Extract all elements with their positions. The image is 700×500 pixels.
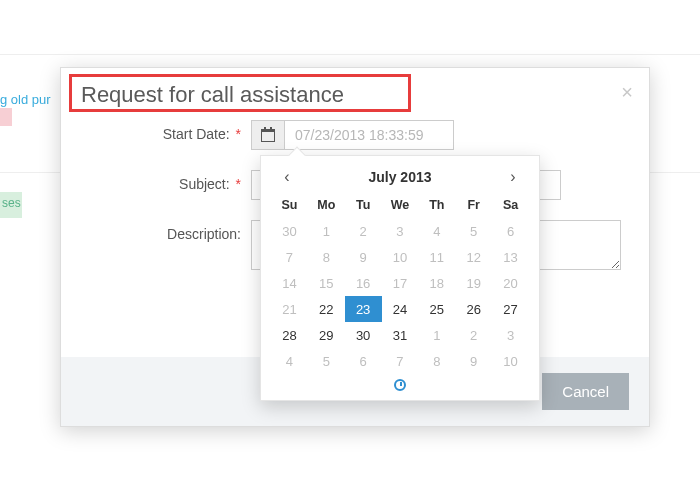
label-text: Start Date: (163, 126, 230, 142)
start-date-input-group (251, 120, 454, 150)
day-cell[interactable]: 4 (418, 218, 455, 244)
background-link[interactable]: g old pur (0, 92, 51, 107)
day-cell[interactable]: 16 (345, 270, 382, 296)
next-month-button[interactable]: › (503, 168, 523, 186)
day-cell[interactable]: 11 (418, 244, 455, 270)
description-label: Description: (81, 220, 251, 242)
day-cell[interactable]: 7 (382, 348, 419, 374)
dow-header: Mo (308, 194, 345, 218)
label-text: Description: (167, 226, 241, 242)
day-cell-selected[interactable]: 23 (345, 296, 382, 322)
day-cell[interactable]: 6 (345, 348, 382, 374)
day-cell[interactable]: 12 (455, 244, 492, 270)
day-cell[interactable]: 3 (382, 218, 419, 244)
start-date-label: Start Date: * (81, 120, 251, 142)
datepicker-popover: ‹ July 2013 › SuMoTuWeThFrSa 30123456789… (260, 155, 540, 401)
dow-header: Th (418, 194, 455, 218)
required-marker: * (236, 126, 241, 142)
day-cell[interactable]: 14 (271, 270, 308, 296)
day-cell[interactable]: 6 (492, 218, 529, 244)
divider (0, 54, 700, 55)
day-cell[interactable]: 5 (455, 218, 492, 244)
day-cell[interactable]: 1 (418, 322, 455, 348)
day-cell[interactable]: 25 (418, 296, 455, 322)
clock-icon[interactable] (394, 379, 406, 391)
day-cell[interactable]: 3 (492, 322, 529, 348)
day-cell[interactable]: 7 (271, 244, 308, 270)
dow-header: Su (271, 194, 308, 218)
datepicker-footer (271, 374, 529, 394)
day-cell[interactable]: 28 (271, 322, 308, 348)
day-cell[interactable]: 2 (345, 218, 382, 244)
dow-header: Fr (455, 194, 492, 218)
datepicker-header: ‹ July 2013 › (271, 164, 529, 194)
day-cell[interactable]: 17 (382, 270, 419, 296)
day-cell[interactable]: 8 (308, 244, 345, 270)
calendar-addon[interactable] (251, 120, 284, 150)
dow-header: Tu (345, 194, 382, 218)
day-cell[interactable]: 29 (308, 322, 345, 348)
day-cell[interactable]: 21 (271, 296, 308, 322)
day-cell[interactable]: 22 (308, 296, 345, 322)
subject-label: Subject: * (81, 170, 251, 192)
prev-month-button[interactable]: ‹ (277, 168, 297, 186)
dow-header: We (382, 194, 419, 218)
close-icon[interactable]: × (621, 82, 633, 102)
cancel-button[interactable]: Cancel (542, 373, 629, 410)
day-cell[interactable]: 10 (382, 244, 419, 270)
background-button-fragment[interactable]: ses (0, 192, 22, 218)
day-cell[interactable]: 2 (455, 322, 492, 348)
day-cell[interactable]: 8 (418, 348, 455, 374)
background-badge (0, 108, 12, 126)
day-cell[interactable]: 4 (271, 348, 308, 374)
day-cell[interactable]: 18 (418, 270, 455, 296)
day-cell[interactable]: 10 (492, 348, 529, 374)
modal-title: Request for call assistance (81, 82, 629, 108)
day-cell[interactable]: 30 (271, 218, 308, 244)
start-date-input[interactable] (284, 120, 454, 150)
datepicker-grid: SuMoTuWeThFrSa 3012345678910111213141516… (271, 194, 529, 374)
day-cell[interactable]: 15 (308, 270, 345, 296)
calendar-icon (261, 129, 275, 142)
day-cell[interactable]: 19 (455, 270, 492, 296)
day-cell[interactable]: 5 (308, 348, 345, 374)
datepicker-title[interactable]: July 2013 (368, 169, 431, 185)
day-cell[interactable]: 9 (455, 348, 492, 374)
form-row-start-date: Start Date: * (81, 120, 629, 150)
day-cell[interactable]: 26 (455, 296, 492, 322)
label-text: Subject: (179, 176, 230, 192)
day-cell[interactable]: 13 (492, 244, 529, 270)
day-cell[interactable]: 24 (382, 296, 419, 322)
required-marker: * (236, 176, 241, 192)
day-cell[interactable]: 27 (492, 296, 529, 322)
day-cell[interactable]: 1 (308, 218, 345, 244)
modal-header: Request for call assistance × (61, 68, 649, 114)
day-cell[interactable]: 30 (345, 322, 382, 348)
dow-header: Sa (492, 194, 529, 218)
day-cell[interactable]: 20 (492, 270, 529, 296)
day-cell[interactable]: 31 (382, 322, 419, 348)
day-cell[interactable]: 9 (345, 244, 382, 270)
